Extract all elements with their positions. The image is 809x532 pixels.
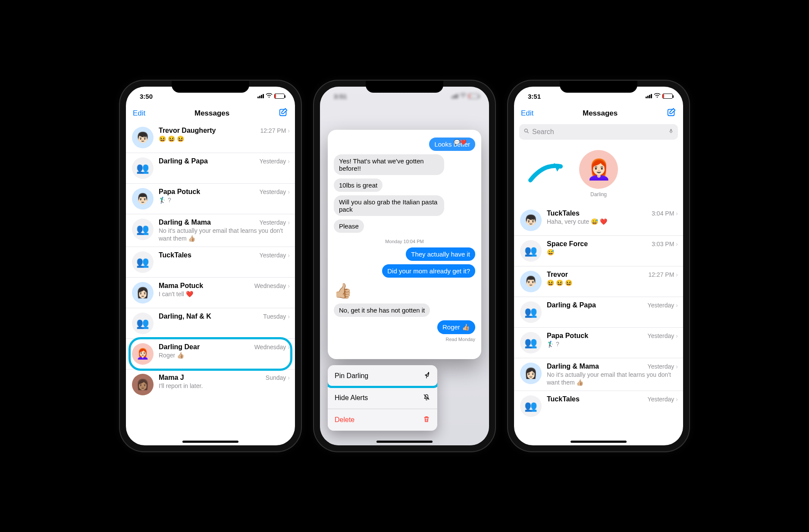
compose-button[interactable]: [667, 107, 676, 119]
cellular-icon: [257, 94, 264, 98]
message-in: Yes! That's what we've gotten before!!: [334, 154, 444, 175]
conversation-preview: Haha, very cute 😅 ❤️: [547, 218, 678, 226]
battery-icon: [274, 94, 285, 99]
avatar: 👥: [132, 313, 154, 334]
svg-rect-8: [671, 129, 672, 131]
conversation-preview: 🏌🏻‍♂️ ?: [547, 341, 678, 348]
conversation-row[interactable]: 👥Papa PotuckYesterday›🏌🏻‍♂️ ?: [514, 328, 683, 358]
conversation-name: Darling & Papa: [159, 157, 208, 165]
conversation-row[interactable]: 👥Darling & PapaYesterday›: [126, 153, 295, 184]
message-in: Please: [334, 219, 364, 233]
conversation-row[interactable]: 👥TuckTalesYesterday›: [126, 247, 295, 278]
mic-icon[interactable]: [668, 128, 674, 136]
svg-line-7: [527, 132, 529, 133]
chevron-right-icon: ›: [676, 396, 678, 403]
conversation-preview: I can't tell ❤️: [159, 291, 290, 298]
conversation-time: 3:03 PM: [652, 241, 674, 247]
screen-1: 3:50 Edit Messages 👦🏻Trevor Daugh: [126, 87, 295, 445]
conversation-list[interactable]: 👦🏻TuckTales3:04 PM›Haha, very cute 😅 ❤️👥…: [514, 205, 683, 421]
conversation-row[interactable]: 👥Darling & MamaYesterday›No it's actuall…: [126, 214, 295, 247]
message-out: Did your mom already get it?: [382, 264, 475, 278]
conversation-preview: Roger 👍🏼: [159, 352, 290, 360]
home-indicator[interactable]: [571, 441, 627, 443]
phone-frame-1: 3:50 Edit Messages 👦🏻Trevor Daugh: [120, 81, 301, 451]
avatar: 👩🏻: [520, 363, 542, 384]
message-out: Looks better: [429, 138, 475, 151]
menu-item-pin[interactable]: Pin Darling: [328, 365, 437, 387]
avatar: 👩🏻: [132, 282, 154, 304]
svg-point-6: [524, 129, 527, 132]
avatar: 👥: [132, 157, 154, 179]
conversation-name: Space Force: [547, 240, 588, 248]
avatar: 👩🏽: [132, 374, 154, 395]
conversation-preview: 😆 😆 😆: [159, 135, 290, 143]
edit-button[interactable]: Edit: [133, 109, 145, 118]
conversation-preview: 😅: [547, 249, 678, 257]
conversation-preview-card[interactable]: Looks better 💬❤️ Yes! That's what we've …: [328, 130, 481, 359]
search-input[interactable]: Search: [519, 124, 678, 140]
pinned-avatar[interactable]: 👩🏻‍🦰: [579, 150, 618, 189]
conversation-row[interactable]: 👨🏻Papa PotuckYesterday›🏌🏻‍♂️ ?: [126, 184, 295, 214]
conversation-time: Yesterday: [260, 252, 286, 259]
conversation-name: Darling & Papa: [547, 301, 596, 309]
nav-bar: Edit Messages: [514, 106, 683, 122]
chevron-right-icon: ›: [676, 302, 678, 309]
wifi-icon: [460, 93, 467, 100]
conversation-name: Darling & Mama: [159, 219, 211, 226]
conversation-row[interactable]: 👥Darling, Naf & KTuesday›: [126, 308, 295, 339]
conversation-name: Trevor Daugherty: [159, 127, 216, 135]
menu-item-hide-alerts[interactable]: Hide Alerts: [328, 387, 437, 409]
home-indicator[interactable]: [182, 441, 238, 443]
conversation-row[interactable]: 👩🏻Mama PotuckWednesday›I can't tell ❤️: [126, 278, 295, 308]
conversation-row[interactable]: 👦🏻Trevor Daugherty12:27 PM›😆 😆 😆: [126, 122, 295, 153]
conversation-name: TuckTales: [547, 395, 580, 403]
pin-icon: [423, 371, 430, 381]
read-receipt: Read Monday: [334, 336, 475, 342]
screen-3: 3:51 Edit Messages: [514, 87, 683, 445]
conversation-row[interactable]: 👨🏻Trevor12:27 PM›😆 😆 😆: [514, 266, 683, 297]
notch: [366, 81, 443, 93]
conversation-row[interactable]: 👥Darling & PapaYesterday›: [514, 297, 683, 328]
conversation-time: Yesterday: [648, 363, 674, 370]
annotation-arrow-icon: [527, 159, 570, 186]
notch: [172, 81, 249, 93]
conversation-name: TuckTales: [159, 251, 191, 259]
battery-icon: [468, 94, 479, 99]
conversation-row[interactable]: 👥Space Force3:03 PM›😅: [514, 236, 683, 266]
message-timestamp: Monday 10:04 PM: [334, 235, 475, 246]
chevron-right-icon: ›: [288, 344, 290, 350]
conversation-row[interactable]: 👩🏽Mama JSunday›I'll report in later.: [126, 369, 295, 400]
edit-button[interactable]: Edit: [521, 109, 533, 118]
message-out: Roger 👍🏼: [437, 320, 475, 334]
trash-icon: [423, 415, 430, 425]
conversation-name: Papa Potuck: [547, 332, 588, 340]
conversation-row[interactable]: 👥TuckTalesYesterday›: [514, 391, 683, 421]
conversation-list[interactable]: 👦🏻Trevor Daugherty12:27 PM›😆 😆 😆👥Darling…: [126, 122, 295, 400]
avatar: 👦🏻: [520, 210, 542, 231]
home-indicator[interactable]: [376, 441, 433, 443]
cellular-icon: [646, 94, 652, 98]
wifi-icon: [266, 93, 273, 100]
avatar: 👥: [132, 219, 154, 240]
conversation-row[interactable]: 👦🏻TuckTales3:04 PM›Haha, very cute 😅 ❤️: [514, 205, 683, 236]
conversation-row[interactable]: 👩🏻Darling & MamaYesterday›No it's actual…: [514, 358, 683, 391]
svg-line-2: [424, 394, 429, 400]
chevron-right-icon: ›: [288, 219, 290, 226]
phone-frame-3: 3:51 Edit Messages: [508, 81, 689, 451]
conversation-time: Wednesday: [254, 344, 286, 350]
chevron-right-icon: ›: [676, 363, 678, 370]
chevron-right-icon: ›: [288, 374, 290, 381]
page-title: Messages: [583, 109, 618, 118]
battery-icon: [662, 94, 673, 99]
menu-item-delete[interactable]: Delete: [328, 409, 437, 431]
chevron-right-icon: ›: [676, 210, 678, 217]
tapback-thumbs-icon: 👍🏼: [334, 279, 352, 302]
search-icon: [524, 128, 530, 136]
conversation-row[interactable]: 👩🏻‍🦰Darling DearWednesday›Roger 👍🏼: [126, 339, 295, 369]
chevron-right-icon: ›: [288, 188, 290, 195]
compose-button[interactable]: [279, 107, 288, 119]
avatar: 👨🏻: [132, 188, 154, 210]
conversation-name: Trevor: [547, 271, 568, 279]
cellular-icon: [452, 94, 458, 98]
conversation-name: Darling & Mama: [547, 363, 599, 370]
